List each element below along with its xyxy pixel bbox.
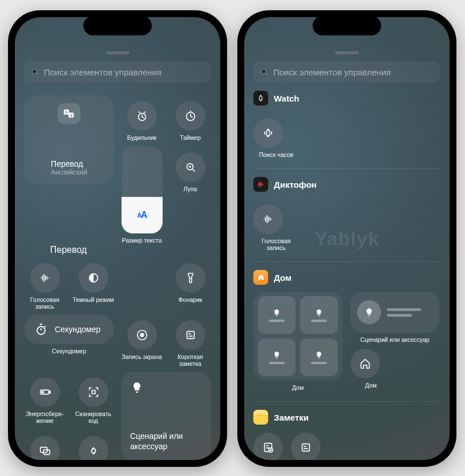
record-icon <box>136 329 148 341</box>
lightbulb-icon <box>357 300 381 324</box>
magnifier-button[interactable] <box>176 152 205 182</box>
svg-point-13 <box>140 333 144 337</box>
home-accessory-mini <box>258 338 296 376</box>
dynamic-island <box>313 16 381 35</box>
dark-mode-button[interactable] <box>79 263 108 293</box>
voice-memo-button[interactable] <box>253 204 283 234</box>
search-placeholder: Поиск элементов управления <box>273 67 391 77</box>
translate-caption: Перевод <box>24 245 113 255</box>
screen-mirroring-button[interactable] <box>30 436 60 461</box>
search-placeholder: Поиск элементов управления <box>44 67 161 77</box>
magnifier-label: Лупа <box>184 185 197 192</box>
lightbulb-icon <box>274 309 279 316</box>
svg-rect-14 <box>187 332 194 339</box>
svg-text:文: 文 <box>70 114 73 118</box>
mirror-icon <box>39 445 51 457</box>
home-accessory-mini <box>258 296 296 334</box>
alarm-label: Будильник <box>127 134 156 141</box>
svg-rect-25 <box>260 96 262 100</box>
svg-rect-16 <box>49 392 50 394</box>
stopwatch-caption: Секундомер <box>52 348 86 354</box>
low-power-label: Энергосбере-жение <box>24 410 66 424</box>
iphone-right: Yablyk Поиск элементов управления Watch <box>237 10 456 467</box>
stopwatch-tile-label: Секундомер <box>55 325 100 334</box>
scan-code-label: Сканировать код <box>72 410 114 424</box>
dark-mode-label: Темный режим <box>72 296 114 303</box>
shazam-icon <box>87 445 100 457</box>
house-icon <box>359 357 371 370</box>
svg-line-1 <box>36 73 38 75</box>
home-accessory-caption: Сценарий или аксессуар <box>360 336 429 343</box>
translate-title: Перевод <box>51 159 87 168</box>
home-section: Дом Дом <box>253 261 440 391</box>
new-note-button[interactable] <box>253 433 283 460</box>
stopwatch-icon <box>34 322 48 336</box>
iphone-left: Поиск элементов управления A文 Перевод Ан… <box>8 10 227 467</box>
ping-watch-button[interactable] <box>253 118 283 148</box>
screen-record-label: Запись экрана <box>122 353 162 360</box>
notes-app-icon <box>253 410 268 425</box>
svg-line-24 <box>265 73 267 75</box>
voice-memo-button[interactable] <box>30 263 60 293</box>
low-power-button[interactable] <box>30 377 60 407</box>
flashlight-icon <box>184 272 197 284</box>
flashlight-label: Фонарик <box>179 296 203 303</box>
home-scene-tile[interactable]: Сценарий или аксессуар <box>121 372 211 460</box>
timer-button[interactable] <box>176 101 205 131</box>
qr-icon <box>87 386 100 398</box>
svg-rect-18 <box>92 391 95 394</box>
screen-record-button[interactable] <box>127 320 157 350</box>
voicememo-title: Диктофон <box>274 180 317 189</box>
home-grid-tile[interactable] <box>253 292 342 381</box>
voice-memo-label: Голосовая запись <box>253 237 299 251</box>
alarm-icon <box>136 110 148 122</box>
home-grid-caption: Дом <box>292 384 304 391</box>
note-add-icon <box>262 441 274 454</box>
quick-note-label: Короткая заметка <box>169 353 211 367</box>
quick-note-icon <box>300 441 312 454</box>
translate-control-tile[interactable]: A文 Перевод Английский <box>24 95 114 184</box>
scan-code-button[interactable] <box>79 377 108 407</box>
search-input[interactable]: Поиск элементов управления <box>253 61 440 83</box>
battery-icon <box>39 386 51 398</box>
ping-watch-label: Поиск часов <box>253 151 299 158</box>
lightbulb-icon <box>130 381 144 394</box>
voicememo-app-icon <box>253 177 268 192</box>
svg-point-23 <box>262 69 266 74</box>
search-icon <box>31 68 39 76</box>
search-input[interactable]: Поиск элементов управления <box>24 61 211 83</box>
translate-subtitle: Английский <box>51 168 87 176</box>
quick-note-button[interactable] <box>291 433 321 460</box>
home-button[interactable] <box>350 349 380 378</box>
watch-title: Watch <box>274 94 299 103</box>
svg-text:A: A <box>65 110 68 114</box>
home-accessory-tile[interactable] <box>350 292 439 333</box>
shazam-button[interactable] <box>79 436 108 461</box>
text-size-slider[interactable]: AA <box>122 147 163 233</box>
voice-memo-label: Голосовая запись <box>24 296 66 310</box>
home-scene-label: Сценарий или аксессуар <box>130 431 202 451</box>
voicememo-section: Диктофон Голосовая запись <box>253 168 440 251</box>
translate-icon: A文 <box>58 103 80 124</box>
svg-rect-31 <box>302 444 310 451</box>
home-title: Дом <box>274 273 292 283</box>
dark-mode-icon <box>87 272 100 284</box>
sheet-grabber[interactable] <box>335 51 359 54</box>
flashlight-button[interactable] <box>176 263 205 293</box>
stopwatch-button-wide[interactable]: Секундомер <box>24 314 114 344</box>
svg-rect-26 <box>266 130 270 135</box>
quick-note-button[interactable] <box>176 320 205 350</box>
magnifier-icon <box>184 161 197 174</box>
home-single-caption: Дом <box>350 382 391 389</box>
text-size-label: Размер текста <box>122 237 161 244</box>
timer-icon <box>184 110 197 122</box>
waveform-icon <box>262 213 274 225</box>
quick-note-icon <box>184 329 197 341</box>
home-accessory-mini <box>300 338 338 376</box>
sheet-grabber[interactable] <box>106 51 130 54</box>
svg-point-0 <box>33 69 37 74</box>
search-icon <box>260 68 269 76</box>
text-size-icon: AA <box>122 197 163 233</box>
alarm-button[interactable] <box>127 101 157 131</box>
home-app-icon <box>253 270 268 285</box>
